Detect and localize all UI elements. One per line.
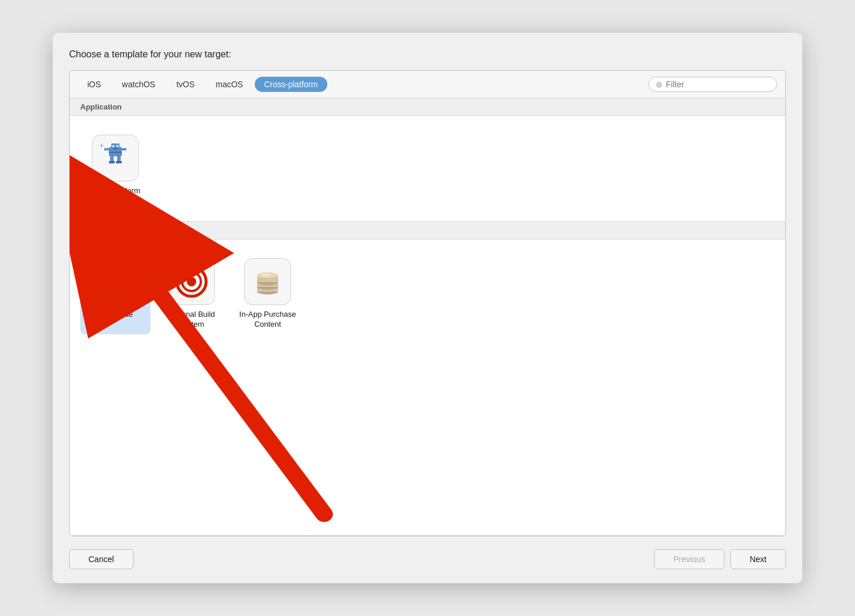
svg-point-27 <box>111 278 119 286</box>
filter-box: ⊜ <box>648 77 777 92</box>
next-button[interactable]: Next <box>730 549 786 569</box>
template-chooser-dialog: Choose a template for your new target: i… <box>53 33 802 583</box>
svg-rect-3 <box>112 145 114 147</box>
spritekit-label: Cross-platformSpriteKit Game <box>90 186 141 206</box>
aggregate-icon-wrapper <box>92 258 139 305</box>
application-section-header: Application <box>70 98 785 116</box>
svg-rect-7 <box>122 148 126 150</box>
external-build-label: External BuildSystem <box>168 310 215 330</box>
template-item-in-app-purchase[interactable]: In-App PurchaseContent <box>232 254 303 334</box>
svg-text:+: + <box>100 142 104 150</box>
external-build-svg-icon <box>175 265 208 299</box>
tab-tvos[interactable]: tvOS <box>167 77 204 92</box>
cancel-button[interactable]: Cancel <box>69 549 134 569</box>
svg-rect-4 <box>117 145 118 147</box>
tab-macos[interactable]: macOS <box>206 77 252 92</box>
aggregate-svg-icon <box>98 264 133 299</box>
template-item-external-build[interactable]: External BuildSystem <box>156 254 227 334</box>
svg-point-30 <box>187 277 196 286</box>
previous-button[interactable]: Previous <box>654 549 724 569</box>
tab-cross-platform[interactable]: Cross-platform <box>255 77 327 92</box>
filter-input[interactable] <box>666 80 770 89</box>
tab-bar: iOS watchOS tvOS macOS Cross-platform ⊜ <box>70 71 785 98</box>
svg-point-40 <box>261 273 271 276</box>
external-build-icon-wrapper <box>168 258 215 305</box>
template-item-spritekit[interactable]: + <box>80 130 151 211</box>
tab-ios[interactable]: iOS <box>78 77 110 92</box>
in-app-purchase-icon-wrapper <box>244 258 291 305</box>
other-template-grid: Aggregate External BuildSystem <box>80 254 775 334</box>
svg-rect-12 <box>116 161 122 163</box>
footer: Cancel Previous Next <box>69 549 786 569</box>
application-template-area: + <box>70 116 785 222</box>
spritekit-icon-wrapper: + <box>92 135 139 182</box>
in-app-purchase-label: In-App PurchaseContent <box>240 310 296 330</box>
main-content: iOS watchOS tvOS macOS Cross-platform ⊜ … <box>69 70 786 536</box>
spritekit-svg-icon: + <box>98 141 132 175</box>
svg-rect-5 <box>113 148 118 149</box>
svg-rect-11 <box>109 161 115 163</box>
in-app-purchase-svg-icon <box>251 265 285 299</box>
tab-watchos[interactable]: watchOS <box>112 77 165 92</box>
dialog-title: Choose a template for your new target: <box>69 49 786 60</box>
application-template-grid: + <box>80 130 775 211</box>
aggregate-label: Aggregate <box>98 310 133 320</box>
other-section-header: Other <box>70 222 785 239</box>
template-item-aggregate[interactable]: Aggregate <box>80 254 151 334</box>
other-template-area: Aggregate External BuildSystem <box>70 239 785 536</box>
navigation-buttons: Previous Next <box>654 549 786 569</box>
filter-icon: ⊜ <box>656 80 662 89</box>
svg-rect-8 <box>109 152 122 153</box>
svg-rect-6 <box>104 148 109 150</box>
